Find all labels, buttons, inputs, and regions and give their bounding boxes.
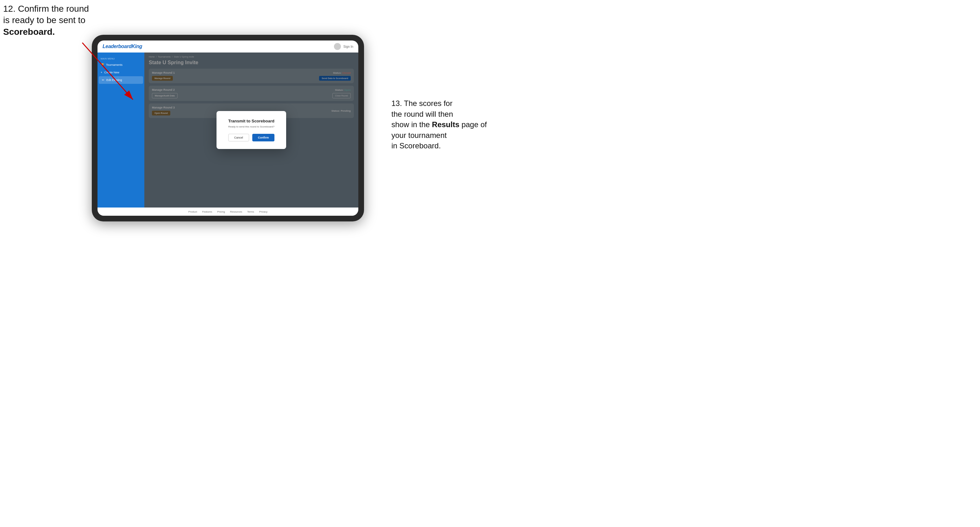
sidebar-tournaments-label: Tournaments <box>106 63 123 67</box>
instruction-line1: 12. Confirm the round <box>3 4 89 14</box>
footer-privacy[interactable]: Privacy <box>259 210 267 213</box>
tablet-frame: LeaderboardKing Sign In MAIN MENU 🏆 Tour… <box>92 35 364 221</box>
header-right: Sign In <box>334 43 353 50</box>
sidebar-create-label: Create New <box>104 71 119 74</box>
sign-in-link[interactable]: Sign In <box>344 45 353 48</box>
modal-title: Transmit to Scoreboard <box>225 119 277 123</box>
modal-box: Transmit to Scoreboard Ready to send thi… <box>216 111 286 149</box>
instruction-bottom-text: 13. The scores forthe round will thensho… <box>391 99 487 150</box>
sidebar-section-label: MAIN MENU <box>97 56 144 61</box>
main-content: Home / Tournaments / State U Spring Invi… <box>144 52 358 208</box>
footer-resources[interactable]: Resources <box>230 210 242 213</box>
plus-icon: + <box>101 71 102 74</box>
logo-king: King <box>131 44 142 49</box>
footer-features[interactable]: Features <box>202 210 212 213</box>
modal-subtitle: Ready to send this round to Scoreboard? <box>225 125 277 128</box>
sidebar-item-tournaments[interactable]: 🏆 Tournaments <box>97 61 144 69</box>
edit-icon: ✏ <box>102 78 105 82</box>
avatar <box>334 43 341 50</box>
footer-terms[interactable]: Terms <box>247 210 254 213</box>
modal-cancel-button[interactable]: Cancel <box>228 134 249 141</box>
footer-pricing[interactable]: Pricing <box>217 210 225 213</box>
instruction-line2: is ready to be sent to <box>3 15 86 25</box>
modal-overlay: Transmit to Scoreboard Ready to send thi… <box>144 52 358 208</box>
footer-product[interactable]: Product <box>188 210 197 213</box>
modal-buttons: Cancel Confirm <box>225 134 277 141</box>
sidebar: MAIN MENU 🏆 Tournaments + Create New ✏ E… <box>97 52 144 208</box>
logo-area: LeaderboardKing <box>103 44 142 49</box>
sidebar-item-create-new[interactable]: + Create New <box>97 69 144 76</box>
app-body: MAIN MENU 🏆 Tournaments + Create New ✏ E… <box>97 52 358 208</box>
instruction-top: 12. Confirm the round is ready to be sen… <box>3 3 89 38</box>
logo-text: LeaderboardKing <box>103 44 142 49</box>
tablet-screen: LeaderboardKing Sign In MAIN MENU 🏆 Tour… <box>97 40 358 216</box>
logo-leaderboard: Leaderboard <box>103 44 131 49</box>
sidebar-edit-label: Edit Existing <box>107 78 122 82</box>
instruction-bottom: 13. The scores forthe round will thensho… <box>391 98 487 151</box>
sidebar-item-edit-existing[interactable]: ✏ Edit Existing <box>99 76 143 84</box>
trophy-icon: 🏆 <box>101 63 104 67</box>
instruction-line3: Scoreboard. <box>3 27 55 37</box>
app-footer: Product Features Pricing Resources Terms… <box>97 208 358 216</box>
modal-confirm-button[interactable]: Confirm <box>252 134 275 141</box>
app-header: LeaderboardKing Sign In <box>97 40 358 52</box>
